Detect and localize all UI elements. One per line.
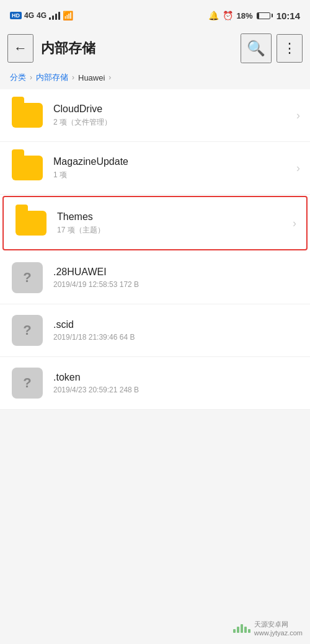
notification-icon: 🔔: [208, 11, 219, 20]
nav-icons: 🔍 ⋮: [241, 33, 303, 63]
battery-icon: [257, 12, 273, 19]
list-item[interactable]: ? .28HUAWEI 2019/4/19 12:58:53 172 B: [0, 252, 310, 304]
wbar1: [233, 629, 236, 633]
file-name: MagazineUpdate: [53, 156, 296, 167]
list-item[interactable]: CloudDrive 2 项（文件管理） ›: [0, 89, 310, 142]
breadcrumb-internal-storage[interactable]: 内部存储: [36, 72, 68, 83]
wbar2: [237, 627, 239, 633]
watermark-url: www.jytyaz.com: [254, 629, 303, 637]
list-item[interactable]: ? .token 2019/4/23 20:59:21 248 B: [0, 357, 310, 410]
time-display: 10:14: [277, 11, 300, 21]
file-meta: 2019/4/23 20:59:21 248 B: [53, 386, 300, 394]
battery-fill: [257, 13, 260, 19]
watermark-bars: [233, 624, 250, 633]
signal-4g-2: 4G: [37, 11, 46, 20]
folder-icon: [10, 98, 45, 133]
battery-body: [257, 12, 270, 19]
file-info: Themes 17 项（主题）: [48, 211, 293, 236]
file-name: Themes: [57, 211, 293, 223]
status-bar: HD 4G 4G 📶 🔔 ⏰ 18% 10:14: [0, 0, 310, 31]
watermark: 天源安卓网 www.jytyaz.com: [233, 620, 303, 637]
chevron-right-icon: ›: [293, 217, 296, 230]
unknown-file-icon: ?: [12, 368, 43, 399]
signal-4g-1: 4G: [24, 11, 34, 20]
file-meta: 2 项（文件管理）: [53, 117, 296, 128]
file-info: CloudDrive 2 项（文件管理）: [45, 104, 296, 128]
file-info: .token 2019/4/23 20:59:21 248 B: [45, 372, 300, 394]
folder-shape: [12, 103, 43, 128]
file-name: CloudDrive: [53, 104, 296, 115]
unknown-file-icon: ?: [12, 315, 43, 346]
status-right: 🔔 ⏰ 18% 10:14: [208, 11, 300, 21]
bar3: [55, 14, 57, 20]
list-item[interactable]: ? .scid 2019/1/18 21:39:46 64 B: [0, 304, 310, 357]
file-name: .28HUAWEI: [53, 267, 300, 278]
wbar5: [248, 629, 250, 633]
back-button[interactable]: ←: [7, 34, 33, 63]
bar2: [52, 15, 54, 20]
file-icon-wrapper: ?: [10, 313, 45, 348]
breadcrumb-category[interactable]: 分类: [10, 72, 26, 83]
file-name: .scid: [53, 319, 300, 330]
file-info: .28HUAWEI 2019/4/19 12:58:53 172 B: [45, 267, 300, 289]
folder-shape: [16, 211, 46, 236]
breadcrumb: 分类 › 内部存储 › Huawei ›: [0, 66, 310, 89]
bar4: [58, 12, 60, 20]
list-item-themes[interactable]: Themes 17 项（主题） ›: [2, 196, 308, 250]
file-icon-wrapper: ?: [10, 260, 45, 295]
alarm-icon: ⏰: [223, 11, 233, 20]
breadcrumb-current: Huawei: [78, 73, 105, 82]
file-info: .scid 2019/1/18 21:39:46 64 B: [45, 319, 300, 342]
wbar4: [244, 627, 247, 633]
watermark-text-block: 天源安卓网 www.jytyaz.com: [254, 620, 303, 637]
signal-bars: [49, 11, 60, 20]
watermark-site-name: 天源安卓网: [254, 620, 303, 629]
folder-icon: [14, 206, 48, 240]
breadcrumb-sep-3: ›: [108, 73, 111, 82]
breadcrumb-sep-2: ›: [72, 73, 74, 82]
bar1: [49, 17, 51, 20]
file-meta: 17 项（主题）: [57, 225, 293, 236]
status-left: HD 4G 4G 📶: [10, 11, 73, 20]
battery-percent: 18%: [237, 11, 253, 20]
hd-badge: HD: [10, 12, 22, 19]
chevron-right-icon: ›: [296, 109, 300, 122]
file-meta: 2019/1/18 21:39:46 64 B: [53, 333, 300, 342]
file-meta: 2019/4/19 12:58:53 172 B: [53, 280, 300, 289]
more-options-button[interactable]: ⋮: [277, 34, 303, 63]
wifi-icon: 📶: [63, 11, 73, 20]
folder-icon: [10, 151, 45, 185]
file-icon-wrapper: ?: [10, 366, 45, 400]
file-list: CloudDrive 2 项（文件管理） › MagazineUpdate 1 …: [0, 89, 310, 410]
page-title: 内部存储: [41, 39, 233, 58]
folder-shape: [12, 156, 43, 180]
search-button[interactable]: 🔍: [241, 33, 272, 63]
file-info: MagazineUpdate 1 项: [45, 156, 296, 180]
battery-tip: [272, 14, 273, 17]
breadcrumb-sep-1: ›: [30, 73, 32, 82]
wbar3: [241, 624, 243, 633]
file-name: .token: [53, 372, 300, 383]
list-item[interactable]: MagazineUpdate 1 项 ›: [0, 142, 310, 195]
unknown-file-icon: ?: [12, 262, 43, 293]
chevron-right-icon: ›: [296, 162, 300, 175]
nav-bar: ← 内部存储 🔍 ⋮: [0, 31, 310, 66]
file-meta: 1 项: [53, 170, 296, 180]
